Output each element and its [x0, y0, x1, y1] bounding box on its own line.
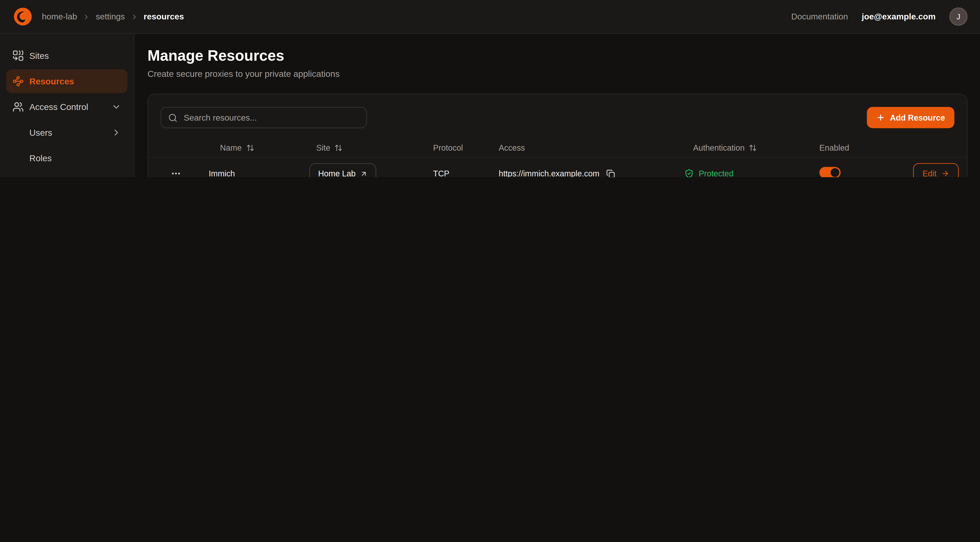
sidebar-item-roles[interactable]: Roles: [6, 146, 128, 170]
enabled-toggle[interactable]: [819, 167, 841, 177]
edit-button[interactable]: Edit: [913, 163, 959, 177]
user-email: joe@example.com: [862, 12, 935, 21]
sidebar-item-label: Users: [29, 128, 52, 137]
users-icon: [13, 101, 24, 112]
breadcrumb-settings[interactable]: settings: [96, 12, 125, 21]
sidebar-item-sites[interactable]: Sites: [6, 43, 128, 67]
resource-name: Immich: [209, 169, 310, 177]
avatar-initial: J: [956, 12, 960, 21]
search-icon: [168, 113, 178, 122]
search-input[interactable]: [183, 112, 360, 123]
plus-icon: [876, 113, 885, 122]
add-resource-label: Add Resource: [890, 113, 945, 122]
copy-icon: [606, 169, 615, 177]
sidebar-item-label: Resources: [29, 76, 74, 86]
sidebar-item-resources[interactable]: Resources: [6, 69, 128, 93]
breadcrumb-current: resources: [144, 12, 184, 21]
sidebar-item-label: Roles: [29, 153, 52, 163]
sort-site-button[interactable]: Site: [316, 143, 343, 152]
row-actions-button[interactable]: [161, 168, 209, 177]
add-resource-button[interactable]: Add Resource: [867, 107, 955, 128]
site-link[interactable]: Home Lab: [309, 163, 376, 177]
chevron-right-icon: [111, 128, 121, 137]
sort-icon: [335, 143, 343, 151]
sidebar-item-shareable-links[interactable]: Shareable Links: [6, 172, 128, 177]
sort-icon: [749, 143, 757, 151]
page-title: Manage Resources: [148, 47, 967, 64]
arrow-right-icon: [942, 169, 950, 177]
search-box[interactable]: [161, 107, 367, 128]
protocol-value: TCP: [433, 169, 499, 177]
avatar[interactable]: J: [949, 8, 967, 26]
auth-status: Protected: [684, 169, 819, 177]
sidebar-item-label: Sites: [29, 50, 49, 60]
top-bar: home-lab settings resources Documentatio…: [0, 0, 980, 34]
sort-authentication-button[interactable]: Authentication: [693, 143, 757, 152]
column-access: Access: [499, 143, 525, 152]
chevron-right-icon: [130, 13, 138, 21]
resources-card: Add Resource Name Site Protocol Access A…: [148, 94, 967, 177]
copy-button[interactable]: [606, 169, 615, 177]
arrow-up-right-icon: [360, 170, 368, 177]
sites-icon: [13, 49, 24, 61]
auth-label: Protected: [699, 169, 733, 177]
chevron-down-icon: [111, 102, 121, 112]
breadcrumb: home-lab settings resources: [42, 12, 184, 21]
ellipsis-icon: [170, 168, 181, 177]
breadcrumb-org[interactable]: home-lab: [42, 12, 77, 21]
sort-name-button[interactable]: Name: [220, 143, 254, 152]
main-content: Manage Resources Create secure proxies t…: [134, 34, 980, 177]
sidebar-item-label: Access Control: [29, 102, 88, 112]
chevron-right-icon: [83, 13, 90, 21]
resources-icon: [13, 75, 24, 87]
sidebar: Sites Resources Access Control Users Rol…: [0, 34, 134, 177]
top-bar-right: Documentation joe@example.com J: [791, 8, 967, 26]
access-url: https://immich.example.com: [499, 169, 600, 177]
documentation-link[interactable]: Documentation: [791, 12, 848, 21]
pangolin-logo-icon: [13, 6, 33, 27]
shield-check-icon: [684, 169, 694, 177]
page-subtitle: Create secure proxies to your private ap…: [148, 69, 967, 79]
table-toolbar: Add Resource: [148, 107, 967, 128]
sidebar-item-access-control[interactable]: Access Control: [6, 95, 128, 118]
sort-icon: [246, 143, 254, 151]
column-protocol: Protocol: [433, 143, 463, 152]
body-layout: Sites Resources Access Control Users Rol…: [0, 34, 980, 177]
column-enabled: Enabled: [819, 143, 849, 152]
table-header: Name Site Protocol Access Authentication…: [148, 138, 967, 157]
app-root: home-lab settings resources Documentatio…: [0, 0, 980, 177]
sidebar-item-users[interactable]: Users: [6, 120, 128, 144]
table-row: Immich Home Lab TCP https://immich.examp…: [148, 157, 967, 177]
